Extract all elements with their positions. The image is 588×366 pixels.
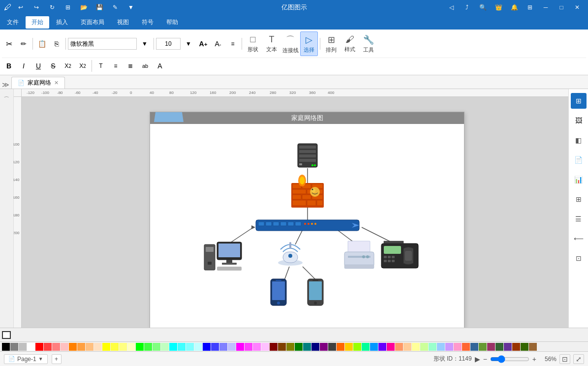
color-swatch[interactable]: [161, 343, 169, 351]
color-swatch[interactable]: [136, 343, 144, 351]
menu-item-symbol[interactable]: 符号: [136, 16, 159, 29]
color-swatch[interactable]: [44, 343, 52, 351]
color-swatch[interactable]: [445, 343, 453, 351]
select-tool-btn[interactable]: ▷ 选择: [300, 31, 318, 56]
superscript-btn[interactable]: X2: [61, 59, 75, 73]
menu-item-insert[interactable]: 插入: [50, 16, 74, 29]
color-swatch[interactable]: [295, 343, 303, 351]
strikethrough-btn[interactable]: S: [46, 59, 60, 73]
zoom-plus[interactable]: +: [532, 355, 536, 363]
color-swatch[interactable]: [495, 343, 503, 351]
fullscreen-btn[interactable]: ⤢: [573, 354, 584, 364]
rp-panels-btn[interactable]: ⊞: [571, 93, 587, 109]
color-swatch[interactable]: [387, 343, 395, 351]
color-swatch[interactable]: [529, 343, 537, 351]
rp-layers-btn[interactable]: ◧: [571, 132, 587, 148]
color-swatch[interactable]: [353, 343, 361, 351]
font-color2-btn[interactable]: A: [153, 59, 167, 73]
paste-special-btn[interactable]: ⎘: [50, 37, 63, 51]
minimize-btn[interactable]: ─: [539, 2, 553, 12]
color-swatch[interactable]: [211, 343, 219, 351]
color-swatch[interactable]: [462, 343, 470, 351]
case-btn[interactable]: ab: [138, 59, 152, 73]
color-swatch[interactable]: [395, 343, 403, 351]
color-swatch[interactable]: [521, 343, 528, 351]
text-tool-btn[interactable]: T 文本: [263, 31, 280, 56]
rp-split-btn[interactable]: ⊡: [571, 250, 587, 266]
color-swatch[interactable]: [479, 343, 487, 351]
color-swatch[interactable]: [253, 343, 261, 351]
color-swatch[interactable]: [178, 343, 186, 351]
arrange-tool-btn[interactable]: ⊞ 排列: [322, 31, 340, 56]
font-size-dropdown[interactable]: ▼: [182, 37, 195, 51]
underline-btn[interactable]: U: [31, 59, 45, 73]
color-swatch[interactable]: [320, 343, 328, 351]
color-swatch[interactable]: [119, 343, 127, 351]
italic-btn[interactable]: I: [17, 59, 31, 73]
color-swatch[interactable]: [52, 343, 60, 351]
rp-image-btn[interactable]: 🖼: [571, 113, 587, 128]
color-swatch[interactable]: [94, 343, 102, 351]
color-swatch[interactable]: [487, 343, 495, 351]
color-swatch[interactable]: [504, 343, 512, 351]
list-btn[interactable]: ≡: [109, 59, 123, 73]
tab-close-btn[interactable]: ✕: [54, 80, 59, 86]
color-swatch[interactable]: [311, 343, 319, 351]
color-swatch[interactable]: [102, 343, 110, 351]
quick-access-save[interactable]: 💾: [93, 2, 106, 12]
color-swatch[interactable]: [245, 343, 252, 351]
paste-btn[interactable]: 📋: [35, 36, 49, 52]
menu-item-file[interactable]: 文件: [1, 16, 25, 29]
quick-access-open[interactable]: 📂: [77, 2, 91, 12]
color-swatch[interactable]: [378, 343, 386, 351]
play-btn[interactable]: ▶: [475, 355, 480, 363]
color-swatch[interactable]: [127, 343, 135, 351]
color-swatch[interactable]: [219, 343, 227, 351]
color-swatch[interactable]: [420, 343, 428, 351]
font-size-up[interactable]: A+: [196, 37, 210, 51]
color-swatch[interactable]: [35, 343, 43, 351]
color-swatch[interactable]: [429, 343, 436, 351]
quick-access-more[interactable]: ▼: [124, 2, 138, 12]
font-color-btn[interactable]: T: [94, 59, 108, 73]
style-tool-btn[interactable]: 🖌 样式: [341, 31, 359, 56]
font-family-dropdown[interactable]: ▼: [138, 37, 152, 51]
canvas-area[interactable]: 家庭网络图: [22, 97, 568, 328]
color-swatch[interactable]: [19, 343, 27, 351]
color-swatch[interactable]: [362, 343, 370, 351]
color-swatch[interactable]: [345, 343, 353, 351]
tools-tool-btn[interactable]: 🔧 工具: [360, 31, 377, 56]
subscript-btn[interactable]: X2: [76, 59, 90, 73]
quick-access-refresh[interactable]: ↻: [45, 2, 59, 12]
quick-access-redo[interactable]: ↪: [30, 2, 43, 12]
shape-tool-btn[interactable]: □ 形状: [244, 31, 262, 56]
search-icon[interactable]: 🔍: [476, 2, 490, 12]
rp-table-btn[interactable]: ⊞: [571, 191, 587, 207]
page-tab[interactable]: 📄 Page-1 ▼: [4, 354, 48, 364]
diagram-canvas[interactable]: 家庭网络图: [150, 112, 464, 328]
add-page-btn[interactable]: +: [52, 354, 62, 364]
indent-btn[interactable]: ≣: [124, 59, 137, 73]
font-family-input[interactable]: [68, 38, 137, 50]
zoom-minus[interactable]: −: [483, 355, 487, 363]
color-swatch[interactable]: [10, 343, 18, 351]
color-swatch[interactable]: [186, 343, 194, 351]
color-swatch[interactable]: [194, 343, 202, 351]
color-swatch[interactable]: [111, 343, 119, 351]
color-swatch[interactable]: [286, 343, 294, 351]
color-swatch[interactable]: [228, 343, 236, 351]
maximize-btn[interactable]: □: [555, 2, 568, 12]
bold-btn[interactable]: B: [2, 59, 16, 73]
grid-icon[interactable]: ⊞: [523, 2, 537, 12]
color-swatch[interactable]: [454, 343, 462, 351]
color-swatch[interactable]: [203, 343, 211, 351]
left-panel-toggle[interactable]: ≫: [2, 81, 9, 89]
color-swatch[interactable]: [328, 343, 336, 351]
color-swatch[interactable]: [61, 343, 68, 351]
color-swatch[interactable]: [270, 343, 278, 351]
menu-item-view[interactable]: 视图: [111, 16, 135, 29]
color-swatch[interactable]: [261, 343, 269, 351]
color-swatch[interactable]: [403, 343, 411, 351]
bell-icon[interactable]: 🔔: [507, 2, 521, 12]
color-swatch[interactable]: [512, 343, 520, 351]
